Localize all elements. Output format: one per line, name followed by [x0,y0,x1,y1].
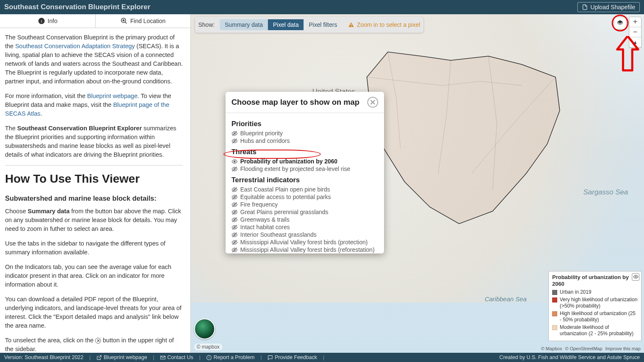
layer-option-label: Greenways & trails [240,216,289,223]
comment-icon [267,355,273,360]
tab-find-label: Find Location [130,18,166,24]
layer-option[interactable]: Hubs and corridors [231,137,382,145]
layer-option-label: Flooding extent by projected sea-level r… [240,165,350,172]
svg-line-3 [125,22,127,23]
legend-row: Very high likelihood of urbanization (>5… [552,297,638,309]
layers-icon [616,19,624,27]
modal-group-title: Threats [231,148,382,156]
pixel-filters-button[interactable]: Pixel filters [304,19,342,30]
layer-option[interactable]: Blueprint priority [231,129,382,137]
unselect-paragraph: To unselect the area, click on the ✕ but… [5,336,183,353]
modal-body[interactable]: PrioritiesBlueprint priorityHubs and cor… [226,113,384,253]
eye-hidden-icon [231,130,238,137]
eye-hidden-icon [231,239,238,246]
legend-title: Probability of urbanization by 2060 [552,274,638,288]
svg-point-16 [234,160,235,162]
legend-row: High likelihood of urbanization (25 - 50… [552,310,638,323]
eye-hidden-icon [231,194,238,200]
attrib-improve[interactable]: Improve this map [605,346,641,351]
layer-option-label: Blueprint priority [240,130,283,137]
legend-label: Very high likelihood of urbanization (>5… [560,297,638,309]
layer-option[interactable]: Fire frequency [231,201,382,208]
zoom-out-button[interactable]: − [629,27,641,37]
link-blueprint-webpage[interactable]: Blueprint webpage [87,93,138,99]
layer-option[interactable]: Flooding extent by projected sea-level r… [231,165,382,173]
divider [5,165,183,165]
warning-icon [348,22,354,28]
footer-credit: Created by U.S. Fish and Wildlife Servic… [499,354,640,360]
layer-option[interactable]: Probability of urbanization by 2060 [231,158,382,165]
modal-header: Choose map layer to show on map [226,92,384,113]
upload-shapefile-button[interactable]: Upload Shapefile [577,2,640,12]
layer-option[interactable]: Great Plains perennial grasslands [231,208,382,216]
pixel-data-button[interactable]: Pixel data [268,19,304,30]
external-link-icon [96,355,102,360]
svg-point-37 [635,276,636,277]
globe-thumbnail[interactable] [194,318,215,339]
legend-label: Moderate likelihood of urbanization (2 -… [560,324,638,337]
legend: Probability of urbanization by 2060 Urba… [548,271,641,341]
eye-hidden-icon [231,217,238,223]
attrib-osm[interactable]: © OpenStreetMap [565,346,602,351]
envelope-icon [160,355,166,360]
search-icon [120,17,128,25]
howto-heading: How To Use This Viewer [5,171,183,188]
data-mode-segmented: Summary data Pixel data Pixel filters [220,19,342,30]
layers-button[interactable] [614,17,626,29]
indicators-paragraph: On the Indicators tab, you can see the a… [5,263,183,289]
zoom-in-button[interactable]: + [629,17,641,27]
show-label: Show: [198,21,215,28]
footer-link-contact[interactable]: Contact Us [160,354,193,360]
eye-hidden-icon [231,232,238,238]
modal-group-title: Terrestrial indicators [231,176,382,184]
link-secas[interactable]: Southeast Conservation Adaptation Strate… [15,43,135,49]
layer-option-label: Mississippi Alluvial Valley forest birds… [240,239,368,246]
footer-link-feedback[interactable]: Provide Feedback [267,354,317,360]
layer-option[interactable]: East Coastal Plain open pine birds [231,186,382,193]
reset-north-button[interactable]: ▲ [629,37,641,47]
legend-swatch [552,290,557,295]
footer-link-blueprint[interactable]: Blueprint webpage [96,354,147,360]
close-icon [370,99,376,105]
layer-option[interactable]: Equitable access to potential parks [231,193,382,201]
summary-data-button[interactable]: Summary data [220,19,268,30]
modal-close-button[interactable] [367,97,378,108]
footer-left: Version: Southeast Blueprint 2022 | Blue… [4,354,324,360]
layer-option-label: Probability of urbanization by 2060 [240,158,338,165]
footer-link-report[interactable]: Report a Problem [206,354,254,360]
map-toolbar: Show: Summary data Pixel data Pixel filt… [195,17,423,33]
footer: Version: Southeast Blueprint 2022 | Blue… [0,353,644,362]
zoom-controls: + − ▲ [629,17,641,48]
more-info-paragraph: For more information, visit the Blueprin… [5,92,183,118]
modal-group-title: Priorities [231,120,382,128]
layer-option-label: Mississippi Alluvial Valley forest birds… [240,246,374,253]
zoom-hint: Zoom in to select a pixel [348,21,420,28]
eye-hidden-icon [231,209,238,215]
layer-option[interactable]: Interior Southeast grasslands [231,231,382,238]
legend-row: Moderate likelihood of urbanization (2 -… [552,324,638,337]
layer-option[interactable]: Mississippi Alluvial Valley forest birds… [231,246,382,253]
layer-option[interactable]: Intact habitat cores [231,223,382,231]
attrib-mapbox[interactable]: © Mapbox [541,346,562,351]
legend-row: Urban in 2019 [552,289,638,295]
eye-visible-icon [231,158,238,165]
close-x-icon: ✕ [95,338,101,344]
layer-option[interactable]: Greenways & trails [231,216,382,223]
svg-point-41 [209,358,209,359]
legend-label: Urban in 2019 [560,289,591,295]
layer-option[interactable]: Mississippi Alluvial Valley forest birds… [231,238,382,246]
layer-picker-modal: Choose map layer to show on map Prioriti… [226,92,384,253]
eye-hidden-icon [231,202,238,208]
eye-hidden-icon [231,166,238,172]
eye-icon [633,274,639,279]
tab-info[interactable]: i Info [0,14,96,28]
mapbox-logo: © mapbox [194,344,222,350]
svg-line-38 [99,355,101,358]
legend-toggle-button[interactable] [632,273,639,281]
top-bar: Southeast Conservation Blueprint Explore… [0,0,644,14]
map-area[interactable]: United States Sargasso Sea Caribbean Sea… [191,14,644,353]
label-sargasso-sea: Sargasso Sea [583,188,628,197]
zoom-hint-text: Zoom in to select a pixel [357,21,420,28]
tab-find-location[interactable]: Find Location [96,14,191,28]
layer-option-label: Fire frequency [240,201,278,208]
